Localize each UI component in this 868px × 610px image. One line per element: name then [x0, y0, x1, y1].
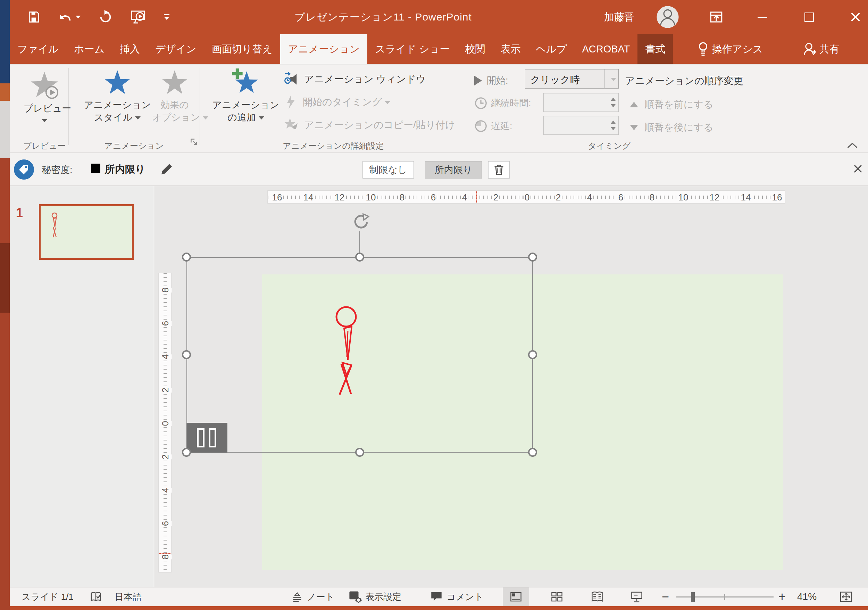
tab-home[interactable]: ホーム	[66, 34, 112, 64]
start-dropdown[interactable]: クリック時	[525, 69, 619, 88]
selection-handle-w[interactable]	[182, 350, 191, 359]
group-separator	[752, 68, 752, 145]
spinner-down-icon[interactable]	[611, 104, 615, 107]
tab-insert[interactable]: 挿入	[112, 34, 147, 64]
preview-button[interactable]: プレビュー	[23, 71, 65, 124]
title-bar: プレゼンテーション11 - PowerPoint 加藤晋	[10, 0, 868, 34]
display-settings-button[interactable]: 表示設定	[349, 587, 401, 606]
slideshow-view-button[interactable]	[623, 587, 650, 606]
ruler-number: 8	[159, 288, 172, 292]
dialog-launcher-icon[interactable]	[189, 138, 198, 146]
comments-icon	[431, 591, 442, 602]
edit-pencil-icon[interactable]	[160, 162, 174, 176]
avatar[interactable]	[656, 6, 679, 28]
ruler-number: 2	[159, 454, 172, 459]
undo-icon[interactable]	[58, 10, 72, 24]
selection-handle-se[interactable]	[528, 448, 537, 457]
language-button[interactable]: 日本語	[115, 587, 142, 606]
start-slideshow-icon[interactable]	[130, 9, 146, 25]
selection-handle-s[interactable]	[355, 448, 364, 457]
tab-format[interactable]: 書式	[637, 34, 673, 64]
delete-sensitivity-button[interactable]	[488, 161, 510, 178]
zoom-in-button[interactable]: +	[778, 587, 786, 606]
ruler-number: 14	[302, 192, 315, 203]
tab-animations[interactable]: アニメーション	[280, 34, 367, 64]
reading-view-icon	[591, 591, 603, 602]
slide-thumbnail[interactable]	[39, 204, 134, 260]
delete-trash-icon	[493, 164, 504, 176]
normal-view-button[interactable]	[503, 587, 529, 606]
effect-options-button[interactable]: 効果の オプション	[152, 70, 197, 124]
fit-to-window-button[interactable]	[840, 587, 853, 606]
preview-star-icon	[29, 71, 59, 101]
selection-handle-nw[interactable]	[182, 253, 191, 262]
selection-handle-n[interactable]	[355, 253, 364, 262]
quick-access-toolbar	[27, 0, 169, 34]
redo-icon[interactable]	[99, 10, 113, 24]
zoom-slider-thumb[interactable]	[691, 592, 695, 602]
close-sensitivity-bar-icon[interactable]	[853, 164, 863, 174]
animation-painter-button[interactable]: アニメーションのコピー/貼り付け	[284, 117, 455, 133]
ruler-number: 0	[159, 421, 172, 426]
spellcheck-icon[interactable]	[90, 587, 102, 606]
trigger-button[interactable]: 開始のタイミング	[284, 95, 390, 110]
animation-pause-badge[interactable]	[186, 423, 228, 453]
tab-transitions[interactable]: 画面切り替え	[204, 34, 280, 64]
animation-pane-button[interactable]: アニメーション ウィンドウ	[284, 71, 426, 87]
maximize-icon[interactable]	[798, 0, 819, 34]
tab-help[interactable]: ヘルプ	[528, 34, 574, 64]
move-earlier-button[interactable]: 順番を前にする	[630, 98, 713, 111]
rotate-handle-icon[interactable]	[351, 213, 369, 231]
animation-styles-button[interactable]: アニメーション スタイル	[83, 70, 152, 124]
sensitivity-label: 秘密度:	[42, 164, 73, 176]
duration-spinner[interactable]	[543, 93, 619, 112]
notes-button[interactable]: ノート	[291, 587, 334, 606]
spinner-up-icon[interactable]	[611, 121, 615, 124]
start-dropdown-caret[interactable]	[604, 70, 618, 88]
share-button[interactable]: 共有	[795, 34, 847, 64]
save-icon[interactable]	[27, 11, 40, 23]
sensitivity-current: 所内限り	[105, 163, 146, 177]
ribbon-display-options-icon[interactable]	[706, 0, 727, 34]
tell-me-button[interactable]: 操作アシス	[690, 34, 770, 64]
add-animation-button[interactable]: アニメーション の追加	[211, 68, 281, 124]
tab-view[interactable]: 表示	[493, 34, 528, 64]
selection-handle-e[interactable]	[528, 350, 537, 359]
delay-spinner[interactable]	[543, 116, 619, 135]
user-name[interactable]: 加藤晋	[604, 0, 634, 34]
fit-to-window-icon	[840, 591, 853, 602]
spinner-down-icon[interactable]	[611, 127, 615, 130]
tab-acrobat[interactable]: ACROBAT	[574, 34, 637, 64]
trigger-caret-icon	[385, 101, 390, 104]
customize-quick-access-icon[interactable]	[164, 14, 169, 20]
ruler-number: 16	[771, 192, 783, 203]
add-animation-caret-icon	[259, 116, 264, 120]
collapse-ribbon-chevron-icon[interactable]	[846, 142, 858, 149]
tab-file[interactable]: ファイル	[10, 34, 66, 64]
spinner-up-icon[interactable]	[611, 98, 615, 101]
styles-caret-icon	[135, 116, 141, 120]
reading-view-button[interactable]	[584, 587, 611, 606]
undo-dropdown-icon[interactable]	[76, 16, 81, 19]
display-settings-icon	[349, 591, 362, 603]
timing-group-label: タイミング	[588, 140, 631, 151]
comments-button[interactable]: コメント	[431, 587, 483, 606]
close-icon[interactable]	[845, 0, 866, 34]
sensitivity-internal-button[interactable]: 所内限り	[425, 161, 482, 178]
vruler-cursor-mark	[160, 553, 170, 554]
delay-row: 遅延:	[474, 120, 513, 133]
sensitivity-unrestricted-button[interactable]: 制限なし	[363, 161, 414, 178]
tab-slideshow[interactable]: スライド ショー	[367, 34, 457, 64]
minimize-icon[interactable]	[752, 0, 773, 34]
stick-figure-shape[interactable]	[330, 301, 368, 402]
zoom-level[interactable]: 41%	[797, 587, 817, 606]
slide-sorter-button[interactable]	[544, 587, 570, 606]
selection-handle-ne[interactable]	[528, 253, 537, 262]
move-later-button[interactable]: 順番を後にする	[630, 121, 713, 134]
ruler-number: 8	[398, 192, 406, 203]
zoom-out-button[interactable]: −	[662, 587, 669, 606]
tab-review[interactable]: 校閲	[457, 34, 493, 64]
tab-design[interactable]: デザイン	[147, 34, 204, 64]
group-separator	[467, 68, 467, 145]
selection-handle-sw[interactable]	[182, 448, 191, 457]
